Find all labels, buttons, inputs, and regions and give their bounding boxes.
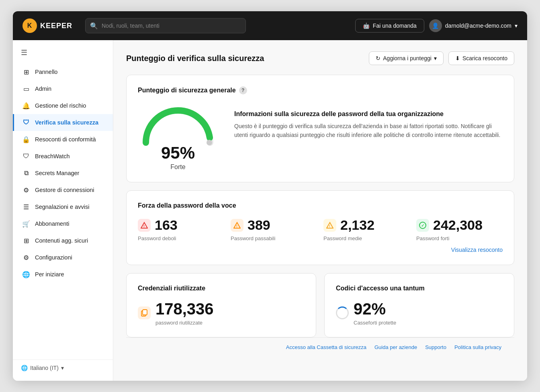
- svg-rect-10: [143, 310, 147, 315]
- topbar-right: 🤖 Fai una domanda 👤 darnold@acme-demo.co…: [355, 19, 518, 33]
- sidebar-label-secrets: Secrets Manager: [35, 170, 79, 176]
- download-label: Scarica resoconto: [462, 55, 507, 61]
- sidebar-label-verifica: Verifica sulla sicurezza: [35, 119, 98, 126]
- fair-count: 389: [248, 217, 270, 233]
- footer-link-cassetta[interactable]: Accesso alla Cassetta di sicurezza: [286, 344, 366, 350]
- sidebar-item-resoconti[interactable]: 🔒 Resoconti di conformità: [13, 131, 113, 148]
- help-icon[interactable]: ?: [239, 86, 247, 94]
- user-email: darnold@acme-demo.com: [445, 22, 511, 29]
- main-content: Punteggio di verifica sulla sicurezza ↻ …: [113, 40, 527, 381]
- strong-label: Password forti: [416, 235, 449, 241]
- reused-count: 178,336: [155, 300, 214, 318]
- sidebar-bottom: 🌐 Italiano (IT) ▾: [13, 359, 113, 376]
- fair-badge-icon: !: [231, 219, 243, 232]
- gauge-container: 95% Forte: [138, 102, 218, 171]
- language-selector[interactable]: 🌐 Italiano (IT) ▾: [21, 365, 105, 371]
- svg-text:!: !: [236, 224, 237, 228]
- sidebar-label-breach: BreachWatch: [35, 153, 70, 159]
- ask-button[interactable]: 🤖 Fai una domanda: [355, 19, 424, 33]
- sidebar-label-resoconti: Resoconti di conformità: [35, 136, 96, 143]
- otp-spinner-icon: [336, 306, 349, 319]
- sidebar-label-pannello: Pannello: [35, 69, 57, 75]
- admin-icon: ▭: [22, 85, 30, 93]
- chevron-down-icon: ▾: [515, 22, 518, 29]
- topbar: K KEEPER 🔍 🤖 Fai una domanda 👤 darnold@a…: [13, 11, 527, 40]
- sidebar-item-per-iniziare[interactable]: 🌐 Per iniziare: [13, 266, 113, 283]
- footer-link-privacy[interactable]: Politica sulla privacy: [454, 344, 501, 350]
- sidebar-item-secrets-manager[interactable]: ⧉ Secrets Manager: [13, 165, 113, 182]
- header-actions: ↻ Aggiorna i punteggi ▾ ⬇ Scarica resoco…: [369, 51, 514, 65]
- bottom-row: Credenziali riutilizzate 178,336 passwor…: [126, 273, 514, 337]
- footer-link-guida[interactable]: Guida per aziende: [374, 344, 417, 350]
- sidebar-item-configurazioni[interactable]: ⚙ Configurazioni: [13, 249, 113, 266]
- footer: Accesso alla Cassetta di sicurezza Guida…: [126, 337, 514, 357]
- cart-icon: 🛒: [22, 220, 30, 228]
- download-report-button[interactable]: ⬇ Scarica resoconto: [448, 51, 514, 65]
- ask-button-label: Fai una domanda: [373, 22, 417, 29]
- safe-addons-icon: ⊞: [22, 237, 30, 245]
- refresh-icon: ↻: [376, 55, 380, 61]
- page-title: Punteggio di verifica sulla sicurezza: [126, 54, 264, 63]
- refresh-scores-button[interactable]: ↻ Aggiorna i punteggi ▾: [369, 51, 444, 65]
- bell-icon: 🔔: [22, 102, 30, 110]
- password-strength-grid: ! 163 Password deboli ! 389: [138, 217, 503, 241]
- password-weak-item: ! 163 Password deboli: [138, 217, 224, 241]
- copy-icon: [138, 306, 151, 319]
- reused-label: password riutilizzate: [155, 320, 214, 326]
- logo-icon: K: [22, 18, 37, 33]
- otp-title: Codici d'accesso una tantum: [336, 285, 503, 292]
- password-strong-top: ✓ 242,308: [416, 217, 483, 233]
- logo-text: KEEPER: [40, 22, 72, 30]
- password-medium-top: ! 2,132: [323, 217, 374, 233]
- gauge-info-title: Informazioni sulla sicurezza delle passw…: [234, 110, 503, 118]
- otp-count: 92%: [354, 300, 396, 318]
- grid-icon: ⊞: [22, 68, 30, 76]
- otp-stat: 92% Casseforti protette: [336, 300, 503, 326]
- lang-label: Italiano (IT): [30, 365, 59, 371]
- gauge-chart: [138, 102, 218, 147]
- password-medium-item: ! 2,132 Password medie: [323, 217, 410, 241]
- password-fair-item: ! 389 Password passabili: [231, 217, 317, 241]
- otp-label: Casseforti protette: [354, 320, 396, 326]
- password-strength-title: Forza della password della voce: [138, 202, 503, 209]
- sidebar-item-abbonamenti[interactable]: 🛒 Abbonamenti: [13, 215, 113, 232]
- lang-globe-icon: 🌐: [21, 365, 28, 371]
- app-window: K KEEPER 🔍 🤖 Fai una domanda 👤 darnold@a…: [13, 11, 527, 381]
- shield-active-icon: 🛡: [22, 118, 30, 127]
- sidebar-item-gestione-rischio[interactable]: 🔔 Gestione del rischio: [13, 97, 113, 114]
- password-strength-card: Forza della password della voce ! 163 Pa…: [126, 190, 514, 265]
- weak-count: 163: [155, 217, 178, 233]
- password-weak-top: ! 163: [138, 217, 178, 233]
- password-fair-top: ! 389: [231, 217, 270, 233]
- strong-count: 242,308: [433, 217, 483, 233]
- sidebar-item-breachwatch[interactable]: 🛡 BreachWatch: [13, 148, 113, 165]
- sidebar-item-gestore-connessioni[interactable]: ⚙ Gestore di connessioni: [13, 182, 113, 198]
- sidebar-label-abbonamenti: Abbonamenti: [35, 220, 69, 227]
- sidebar-item-contenuti[interactable]: ⊞ Contenuti agg. sicuri: [13, 232, 113, 249]
- gauge-info: Informazioni sulla sicurezza delle passw…: [234, 102, 503, 140]
- main-layout: ☰ ⊞ Pannello ▭ Admin 🔔 Gestione del risc…: [13, 40, 527, 381]
- gauge-value: 95%: [161, 143, 195, 163]
- sidebar-item-pannello[interactable]: ⊞ Pannello: [13, 63, 113, 80]
- user-avatar: 👤: [429, 19, 442, 32]
- sidebar-label-iniziare: Per iniziare: [35, 271, 64, 278]
- ask-icon: 🤖: [363, 22, 370, 29]
- security-score-title-text: Punteggio di sicurezza generale: [138, 87, 236, 94]
- footer-link-supporto[interactable]: Supporto: [425, 344, 446, 350]
- lang-chevron-icon: ▾: [61, 365, 64, 371]
- sidebar-item-admin[interactable]: ▭ Admin: [13, 80, 113, 97]
- sidebar-label-config: Configurazioni: [35, 254, 72, 261]
- sidebar-label-gestore: Gestore di connessioni: [35, 187, 94, 193]
- download-icon: ⬇: [455, 55, 460, 61]
- sidebar-item-verifica-sicurezza[interactable]: 🛡 Verifica sulla sicurezza: [13, 114, 113, 131]
- gauge-section: 95% Forte Informazioni sulla sicurezza d…: [138, 102, 503, 171]
- reused-credentials-stat: 178,336 password riutilizzate: [138, 300, 305, 326]
- sidebar-item-segnalazioni[interactable]: ☰ Segnalazioni e avvisi: [13, 198, 113, 215]
- hamburger-button[interactable]: ☰: [13, 45, 113, 63]
- sidebar-label-admin: Admin: [35, 86, 51, 92]
- view-report-link[interactable]: Visualizza resoconto: [451, 247, 503, 253]
- footer-links: Accesso alla Cassetta di sicurezza Guida…: [286, 344, 501, 350]
- user-menu[interactable]: 👤 darnold@acme-demo.com ▾: [429, 19, 518, 32]
- search-input[interactable]: [85, 18, 246, 33]
- connections-icon: ⚙: [22, 186, 30, 194]
